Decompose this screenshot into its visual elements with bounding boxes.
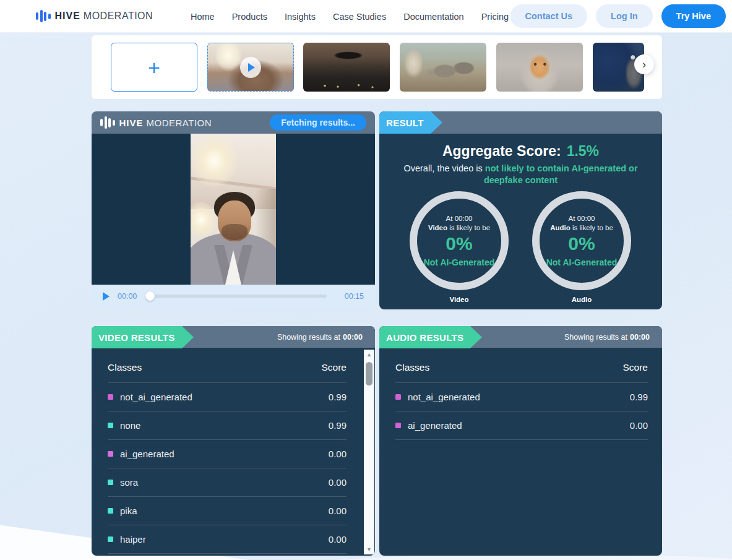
hive-logo[interactable]: HIVE MODERATION bbox=[36, 10, 153, 22]
showing-time: 00:00 bbox=[343, 333, 363, 342]
duration: 00:15 bbox=[345, 292, 364, 301]
play-icon bbox=[240, 57, 261, 78]
gauge-caption-video: Video bbox=[410, 296, 509, 303]
class-label: pika bbox=[120, 506, 137, 516]
person-face bbox=[218, 200, 251, 241]
gauge-value: 0% bbox=[446, 233, 472, 254]
thumbnail-painter-with-elephants[interactable] bbox=[400, 43, 486, 92]
table-row: not_ai_generated 0.99 bbox=[395, 383, 648, 411]
try-hive-button[interactable]: Try Hive bbox=[661, 4, 726, 28]
class-color-swatch bbox=[395, 423, 401, 428]
gauge-likely-text: is likely to be bbox=[572, 224, 613, 231]
table-row: not_ai_generated 0.99 bbox=[108, 383, 347, 411]
class-score: 0.99 bbox=[329, 392, 347, 402]
result-header: RESULT bbox=[379, 111, 662, 134]
nav-item-home[interactable]: Home bbox=[191, 12, 215, 22]
hive-logo-icon bbox=[100, 116, 115, 129]
video-player-panel: HIVE MODERATION Fetching results... bbox=[92, 111, 375, 308]
thumbnail-selfie-video-selected[interactable] bbox=[207, 43, 294, 92]
nav-item-insights[interactable]: Insights bbox=[285, 12, 316, 22]
video-results-tag: VIDEO RESULTS bbox=[92, 326, 182, 348]
showing-prefix: Showing results at bbox=[564, 333, 627, 342]
table-row: sora 0.00 bbox=[108, 468, 347, 497]
log-in-button[interactable]: Log In bbox=[596, 4, 653, 28]
class-color-swatch bbox=[395, 394, 401, 400]
video-frame[interactable] bbox=[191, 134, 276, 285]
table-row: haiper 0.00 bbox=[108, 525, 347, 554]
classes-column-header: Classes bbox=[395, 362, 429, 373]
class-label: none bbox=[120, 420, 140, 431]
nav-item-documentation[interactable]: Documentation bbox=[403, 12, 464, 22]
showing-results-time: Showing results at00:00 bbox=[277, 326, 363, 348]
table-header-row: Classes Score bbox=[108, 348, 347, 383]
gauge-timestamp: At 00:00 bbox=[446, 215, 473, 222]
class-color-swatch bbox=[108, 394, 113, 400]
main-nav: Home Products Insights Case Studies Docu… bbox=[191, 0, 509, 33]
aggregate-score-value: 1.5% bbox=[567, 143, 599, 159]
seek-thumb[interactable] bbox=[145, 291, 155, 301]
results-scrollbar[interactable]: ▲ ▼ bbox=[364, 350, 374, 554]
fetching-results-badge: Fetching results... bbox=[270, 114, 366, 131]
video-results-panel: VIDEO RESULTS Showing results at00:00 Cl… bbox=[92, 326, 375, 556]
class-score: 0.00 bbox=[329, 449, 347, 459]
class-score: 0.00 bbox=[329, 506, 347, 516]
brand-name-light: MODERATION bbox=[84, 11, 153, 22]
chevron-right-icon: › bbox=[642, 59, 646, 70]
class-color-swatch bbox=[108, 423, 113, 428]
classes-column-header: Classes bbox=[108, 362, 142, 373]
audio-score-gauge: At 00:00 Audio is likely to be 0% Not AI… bbox=[532, 191, 631, 290]
nav-item-pricing[interactable]: Pricing bbox=[481, 12, 509, 22]
seek-bar[interactable] bbox=[147, 295, 326, 298]
audio-results-table: Classes Score not_ai_generated 0.99 ai_g… bbox=[379, 348, 662, 440]
table-row: pika 0.00 bbox=[108, 497, 347, 525]
class-score: 0.00 bbox=[329, 534, 347, 545]
gauge-value: 0% bbox=[568, 233, 595, 254]
gauge-subtitle: Video is likely to be bbox=[428, 224, 490, 231]
class-color-swatch bbox=[108, 536, 113, 542]
video-stage bbox=[92, 134, 375, 285]
nav-item-case-studies[interactable]: Case Studies bbox=[333, 12, 386, 22]
aggregate-score-line: Aggregate Score:1.5% bbox=[379, 143, 662, 160]
class-score: 0.99 bbox=[329, 420, 347, 431]
aggregate-score-label: Aggregate Score: bbox=[442, 143, 561, 159]
scroll-down-icon[interactable]: ▼ bbox=[364, 546, 374, 553]
plus-icon: + bbox=[148, 57, 160, 78]
gauge-verdict: Not AI-Generated bbox=[546, 257, 618, 267]
overall-verdict-text: Overall, the video is not likely to cont… bbox=[385, 163, 657, 186]
header-actions: Contact Us Log In Try Hive bbox=[510, 4, 726, 28]
audio-results-tag: AUDIO RESULTS bbox=[379, 326, 470, 348]
video-results-table: Classes Score not_ai_generated 0.99 none… bbox=[92, 348, 375, 554]
class-label: not_ai_generated bbox=[408, 392, 480, 402]
player-controls: 00:00 00:15 bbox=[92, 285, 375, 308]
overall-highlight: not likely to contain AI-generated or de… bbox=[484, 163, 638, 185]
hive-moderation-demo-page: HIVE MODERATION Home Products Insights C… bbox=[0, 0, 732, 560]
thumbnail-night-city-aircraft[interactable] bbox=[303, 43, 390, 92]
showing-prefix: Showing results at bbox=[277, 333, 340, 342]
player-brand-light: MODERATION bbox=[147, 118, 212, 128]
class-label: sora bbox=[120, 477, 138, 488]
gauge-caption-audio: Audio bbox=[532, 296, 631, 303]
top-navigation-bar: HIVE MODERATION Home Products Insights C… bbox=[0, 0, 732, 33]
showing-results-time: Showing results at00:00 bbox=[564, 326, 650, 348]
audio-results-panel: AUDIO RESULTS Showing results at00:00 Cl… bbox=[379, 326, 662, 556]
upload-video-button[interactable]: + bbox=[111, 43, 197, 92]
overall-prefix: Overall, the video is bbox=[403, 163, 484, 173]
table-row: ai_generated 0.00 bbox=[395, 411, 648, 440]
contact-us-button[interactable]: Contact Us bbox=[510, 4, 588, 28]
carousel-next-button[interactable]: › bbox=[634, 54, 654, 74]
nav-item-products[interactable]: Products bbox=[232, 12, 267, 22]
table-row: none 0.99 bbox=[108, 411, 347, 440]
table-row: ai_generated 0.00 bbox=[108, 440, 347, 468]
player-header: HIVE MODERATION Fetching results... bbox=[92, 111, 375, 134]
gauge-subtitle: Audio is likely to be bbox=[550, 224, 613, 231]
class-label: not_ai_generated bbox=[120, 392, 192, 402]
gauge-verdict: Not AI-Generated bbox=[424, 257, 495, 267]
scroll-up-icon[interactable]: ▲ bbox=[364, 351, 374, 358]
class-color-swatch bbox=[108, 451, 113, 457]
scrollbar-thumb[interactable] bbox=[366, 362, 372, 386]
gauge-timestamp: At 00:00 bbox=[569, 215, 595, 222]
video-results-header: VIDEO RESULTS Showing results at00:00 bbox=[92, 326, 375, 348]
class-score: 0.00 bbox=[630, 420, 648, 431]
thumbnail-cat-in-hoodie[interactable] bbox=[496, 43, 583, 92]
play-button[interactable] bbox=[103, 292, 110, 301]
